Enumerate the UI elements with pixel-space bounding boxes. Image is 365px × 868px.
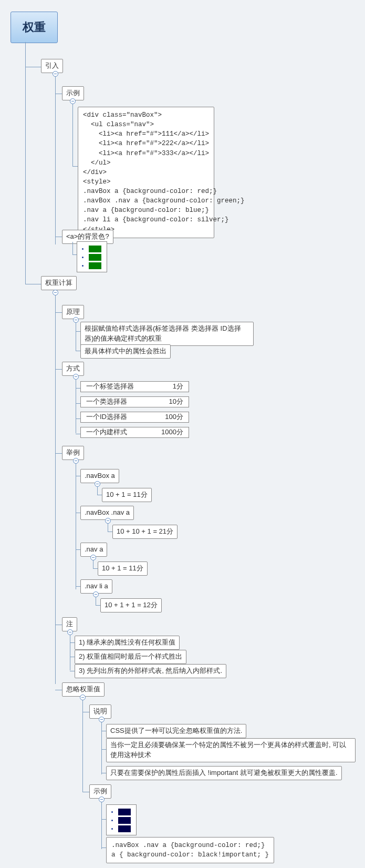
connector bbox=[72, 242, 73, 254]
node-ex-calc: 10 + 10 + 1 = 21分 bbox=[112, 525, 178, 539]
node-ex-calc: 10 + 1 = 11分 bbox=[98, 561, 148, 576]
demo-link[interactable]: 333 bbox=[89, 262, 101, 269]
connector bbox=[70, 635, 70, 670]
node-ex-sel: .navBox a bbox=[80, 469, 119, 483]
demo-link[interactable]: 222 bbox=[89, 254, 101, 261]
connector bbox=[55, 237, 62, 237]
connector bbox=[72, 166, 78, 167]
mindmap-canvas: 权重 引入 示例 <div class="navBox"> <ul class=… bbox=[0, 0, 365, 868]
connector bbox=[101, 722, 102, 774]
connector bbox=[72, 254, 77, 255]
node-note-1: 1) 继承来的属性没有任何权重值 bbox=[75, 636, 180, 650]
root-node[interactable]: 权重 bbox=[11, 12, 58, 43]
node-method-row: 一个类选择器10分 bbox=[80, 396, 189, 407]
node-ignore-d3: 只要在需要保护的属性后面插入 !important 就可避免被权重更大的属性覆盖… bbox=[106, 766, 342, 780]
connector bbox=[72, 104, 73, 167]
connector bbox=[55, 94, 62, 94]
connector bbox=[82, 792, 90, 792]
connector bbox=[76, 463, 76, 589]
method-value: 100分 bbox=[149, 412, 189, 423]
connector bbox=[55, 76, 56, 244]
connector bbox=[55, 625, 62, 625]
connector bbox=[97, 486, 98, 495]
node-method[interactable]: 方式 bbox=[62, 362, 84, 376]
connector bbox=[55, 369, 62, 370]
connector bbox=[25, 284, 41, 284]
node-ignore-d1: CSS提供了一种可以完全忽略权重值的方法. bbox=[106, 724, 246, 738]
connector bbox=[25, 67, 41, 67]
node-note-2: 2) 权重值相同时最后一个样式胜出 bbox=[75, 650, 186, 664]
node-note-3: 3) 先列出所有的外部样式表, 然后纳入内部样式. bbox=[75, 664, 226, 678]
connector bbox=[108, 523, 108, 532]
connector bbox=[76, 379, 76, 433]
node-ex-calc: 10 + 1 = 11分 bbox=[102, 488, 152, 502]
node-intro-code: <div class="navBox"> <ul class="nav"> <l… bbox=[78, 107, 214, 238]
node-ignore-d2: 当你一定且必须要确保某一个特定的属性不被另一个更具体的样式覆盖时, 可以使用这种… bbox=[106, 738, 356, 762]
connector bbox=[101, 802, 102, 849]
node-method-row: 一个内建样式1000分 bbox=[80, 427, 189, 438]
node-principle[interactable]: 原理 bbox=[62, 305, 84, 319]
connector bbox=[55, 312, 62, 313]
demo-link[interactable]: 111 bbox=[89, 246, 101, 252]
node-principle-2: 最具体样式中的属性会胜出 bbox=[80, 344, 171, 359]
connector bbox=[55, 295, 56, 684]
node-intro-demo: 111 222 333 bbox=[77, 241, 107, 272]
connector bbox=[55, 690, 62, 690]
node-intro[interactable]: 引入 bbox=[41, 59, 63, 73]
connector bbox=[55, 453, 62, 454]
connector bbox=[76, 322, 76, 351]
method-label: 一个标签选择器 bbox=[81, 382, 150, 392]
demo-link[interactable]: 111 bbox=[118, 809, 131, 815]
connector bbox=[93, 560, 93, 568]
node-calc[interactable]: 权重计算 bbox=[41, 276, 77, 290]
method-value: 1分 bbox=[149, 382, 189, 392]
node-ignore-code: .navBox .nav a {background-color: red;} … bbox=[106, 837, 274, 863]
demo-link[interactable]: 333 bbox=[118, 825, 131, 832]
method-value: 10分 bbox=[149, 397, 189, 407]
node-method-row: 一个ID选择器100分 bbox=[80, 412, 189, 423]
node-method-row: 一个标签选择器1分 bbox=[80, 381, 189, 392]
connector bbox=[96, 597, 96, 605]
node-example[interactable]: 举例 bbox=[62, 446, 84, 460]
method-value: 1000分 bbox=[149, 427, 189, 438]
method-label: 一个类选择器 bbox=[81, 397, 150, 407]
method-label: 一个ID选择器 bbox=[81, 412, 150, 423]
connector bbox=[82, 712, 90, 712]
node-ex-calc: 10 + 1 + 1 = 12分 bbox=[100, 598, 162, 612]
demo-link[interactable]: 222 bbox=[118, 817, 131, 824]
node-principle-1: 根据赋值给样式选择器(标签选择器 类选择器 ID选择器)的值来确定样式的权重 bbox=[80, 322, 254, 346]
connector bbox=[25, 42, 26, 284]
method-label: 一个内建样式 bbox=[81, 427, 150, 438]
node-ignore-demo: 111 222 333 bbox=[106, 804, 137, 835]
connector bbox=[82, 700, 83, 792]
